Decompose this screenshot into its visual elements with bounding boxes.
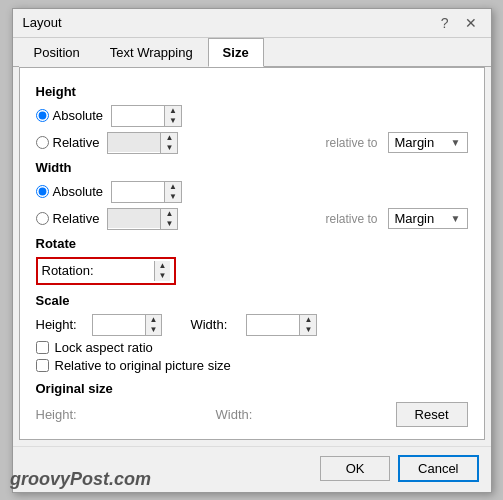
scale-width-input[interactable]: 100 % xyxy=(247,315,299,334)
title-bar-controls: ? ✕ xyxy=(437,15,481,31)
height-relative-label: Relative xyxy=(53,135,100,150)
scale-height-input[interactable]: 100 % xyxy=(93,315,145,334)
tab-text-wrapping[interactable]: Text Wrapping xyxy=(95,38,208,67)
rotation-up[interactable]: ▲ xyxy=(155,261,171,271)
original-size-section: Original size Height: Width: Reset xyxy=(36,381,468,427)
scale-width-label: Width: xyxy=(190,317,234,332)
scale-width-spinner-buttons: ▲ ▼ xyxy=(299,315,316,335)
reset-button[interactable]: Reset xyxy=(396,402,468,427)
height-relative-spinner[interactable]: ▲ ▼ xyxy=(107,132,178,154)
rotation-box: Rotation: 0° ▲ ▼ xyxy=(36,257,177,285)
width-absolute-up[interactable]: ▲ xyxy=(165,182,181,192)
height-margin-dropdown[interactable]: Margin ▼ xyxy=(388,132,468,153)
title-bar: Layout ? ✕ xyxy=(13,9,491,38)
original-width-label: Width: xyxy=(216,407,253,422)
width-absolute-label: Absolute xyxy=(53,184,104,199)
rotation-input[interactable]: 0° xyxy=(102,261,154,280)
original-section-label: Original size xyxy=(36,381,468,396)
width-absolute-radio[interactable] xyxy=(36,185,49,198)
scale-height-spinner-buttons: ▲ ▼ xyxy=(145,315,162,335)
scale-height-up[interactable]: ▲ xyxy=(146,315,162,325)
width-relative-label: Relative xyxy=(53,211,100,226)
height-absolute-label: Absolute xyxy=(53,108,104,123)
tab-position[interactable]: Position xyxy=(19,38,95,67)
scale-height-label: Height: xyxy=(36,317,80,332)
scale-height-spinner[interactable]: 100 % ▲ ▼ xyxy=(92,314,163,336)
height-relative-radio[interactable] xyxy=(36,136,49,149)
height-section-label: Height xyxy=(36,84,468,99)
help-button[interactable]: ? xyxy=(437,15,453,31)
rotate-section-label: Rotate xyxy=(36,236,468,251)
original-size-row: Height: Width: Reset xyxy=(36,402,468,427)
width-absolute-input[interactable]: 2.72" xyxy=(112,182,164,201)
original-height-label: Height: xyxy=(36,407,77,422)
width-relative-input[interactable] xyxy=(108,209,160,228)
height-absolute-spinner-buttons: ▲ ▼ xyxy=(164,106,181,126)
cancel-button[interactable]: Cancel xyxy=(398,455,478,482)
scale-row: Height: 100 % ▲ ▼ Width: 100 % ▲ ▼ xyxy=(36,314,468,336)
width-absolute-spinner[interactable]: 2.72" ▲ ▼ xyxy=(111,181,182,203)
lock-aspect-label: Lock aspect ratio xyxy=(55,340,153,355)
height-margin-label: Margin xyxy=(395,135,435,150)
lock-aspect-row: Lock aspect ratio xyxy=(36,340,468,355)
width-radio-group: Absolute 2.72" ▲ ▼ Relative ▲ ▼ xyxy=(36,181,468,230)
height-relative-row: Relative ▲ ▼ relative to Margin ▼ xyxy=(36,132,468,154)
height-absolute-row: Absolute 0.42" ▲ ▼ xyxy=(36,105,468,127)
watermark: groovyPost.com xyxy=(10,469,151,490)
original-height-col: Height: xyxy=(36,407,216,422)
relative-original-row: Relative to original picture size xyxy=(36,358,468,373)
dialog-content: Height Absolute 0.42" ▲ ▼ Relative xyxy=(19,67,485,440)
rotation-down[interactable]: ▼ xyxy=(155,271,171,281)
height-radio-group: Absolute 0.42" ▲ ▼ Relative ▲ ▼ xyxy=(36,105,468,154)
scale-height-down[interactable]: ▼ xyxy=(146,325,162,335)
width-relative-spinner-buttons: ▲ ▼ xyxy=(160,209,177,229)
width-absolute-spinner-buttons: ▲ ▼ xyxy=(164,182,181,202)
height-absolute-down[interactable]: ▼ xyxy=(165,116,181,126)
tab-size[interactable]: Size xyxy=(208,38,264,67)
rotate-row: Rotation: 0° ▲ ▼ xyxy=(36,257,468,285)
height-relative-input[interactable] xyxy=(108,133,160,152)
width-relative-radio[interactable] xyxy=(36,212,49,225)
rotation-label: Rotation: xyxy=(42,263,94,278)
width-margin-dropdown[interactable]: Margin ▼ xyxy=(388,208,468,229)
scale-width-spinner[interactable]: 100 % ▲ ▼ xyxy=(246,314,317,336)
width-absolute-row: Absolute 2.72" ▲ ▼ xyxy=(36,181,468,203)
height-absolute-up[interactable]: ▲ xyxy=(165,106,181,116)
height-absolute-input[interactable]: 0.42" xyxy=(112,106,164,125)
width-margin-label: Margin xyxy=(395,211,435,226)
height-relative-to-label: relative to xyxy=(325,136,377,150)
scale-section-label: Scale xyxy=(36,293,468,308)
width-margin-arrow: ▼ xyxy=(451,213,461,224)
relative-original-label: Relative to original picture size xyxy=(55,358,231,373)
width-relative-spinner[interactable]: ▲ ▼ xyxy=(107,208,178,230)
ok-button[interactable]: OK xyxy=(320,456,390,481)
width-relative-down[interactable]: ▼ xyxy=(161,219,177,229)
width-absolute-down[interactable]: ▼ xyxy=(165,192,181,202)
tab-bar: Position Text Wrapping Size xyxy=(13,38,491,67)
height-absolute-spinner[interactable]: 0.42" ▲ ▼ xyxy=(111,105,182,127)
close-button[interactable]: ✕ xyxy=(461,15,481,31)
rotation-spinner-buttons: ▲ ▼ xyxy=(154,261,171,281)
scale-width-up[interactable]: ▲ xyxy=(300,315,316,325)
dialog-title: Layout xyxy=(23,15,62,30)
height-margin-arrow: ▼ xyxy=(451,137,461,148)
width-section-label: Width xyxy=(36,160,468,175)
height-relative-down[interactable]: ▼ xyxy=(161,143,177,153)
relative-original-checkbox[interactable] xyxy=(36,359,49,372)
width-relative-up[interactable]: ▲ xyxy=(161,209,177,219)
height-relative-up[interactable]: ▲ xyxy=(161,133,177,143)
rotation-spinner[interactable]: 0° ▲ ▼ xyxy=(102,261,171,281)
height-absolute-radio[interactable] xyxy=(36,109,49,122)
width-relative-to-label: relative to xyxy=(325,212,377,226)
scale-width-down[interactable]: ▼ xyxy=(300,325,316,335)
original-width-col: Width: xyxy=(216,407,396,422)
height-relative-spinner-buttons: ▲ ▼ xyxy=(160,133,177,153)
layout-dialog: Layout ? ✕ Position Text Wrapping Size H… xyxy=(12,8,492,493)
lock-aspect-checkbox[interactable] xyxy=(36,341,49,354)
width-relative-row: Relative ▲ ▼ relative to Margin ▼ xyxy=(36,208,468,230)
